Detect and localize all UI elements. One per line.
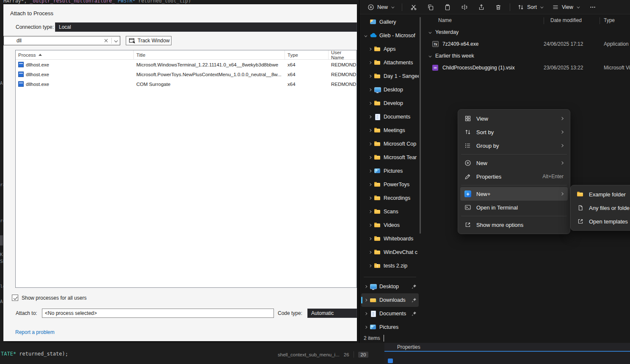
chevron-right-icon[interactable] [368,251,371,254]
process-filter-input[interactable] [4,36,104,45]
sidebar-item[interactable]: PowerToys [361,178,419,191]
chevron-right-icon[interactable] [364,312,367,315]
sort-button[interactable]: Sort [514,2,547,13]
chevron-right-icon[interactable] [368,169,371,172]
sidebar-item[interactable]: Attachments [361,56,419,69]
chevron-right-icon[interactable] [368,264,371,267]
attach-to-input[interactable] [42,309,274,318]
chevron-right-icon[interactable] [368,223,371,226]
pane-divider[interactable] [384,335,384,342]
context-menu-item-view[interactable]: View [460,112,568,125]
sidebar-item-pictures-pinned[interactable]: Pictures [361,320,419,334]
context-menu-item-new-plus[interactable]: New+ [460,187,568,201]
group-header-earlier-this-week[interactable]: Earlier this week [424,50,630,62]
sidebar-item[interactable]: Day 1 - Sangee [361,69,419,83]
report-a-problem-link[interactable]: Report a problem [15,329,55,335]
paste-button[interactable] [439,2,456,13]
column-header-title[interactable]: Title [134,50,285,59]
chevron-right-icon[interactable] [368,156,371,159]
column-header-process[interactable]: Process [16,50,134,59]
sidebar-item[interactable]: Videos [361,218,419,232]
chevron-down-icon[interactable] [364,34,367,37]
track-window-button[interactable]: Track Window [126,36,171,45]
sidebar-item[interactable]: Develop [361,97,419,110]
chevron-right-icon[interactable] [368,142,371,145]
chevron-right-icon[interactable] [368,74,371,77]
context-menu-item-new[interactable]: New [460,156,568,170]
column-header-type[interactable]: Type [604,17,615,23]
more-options-button[interactable] [585,2,601,13]
chevron-right-icon[interactable] [368,237,371,240]
context-menu-item-show-more-options[interactable]: Show more options [460,218,568,232]
chevron-down-icon[interactable] [428,54,431,57]
chevron-right-icon[interactable] [368,102,371,105]
sidebar-item[interactable]: Pictures [361,164,419,178]
file-row-7z[interactable]: 7z2409-x64.exe 24/06/2025 17:12 Applicat… [424,38,630,50]
code-type-combobox[interactable]: Automatic [307,309,357,318]
sidebar-item[interactable]: Recordings [361,191,419,205]
sidebar-item[interactable]: Meetings [361,124,419,137]
show-all-users-checkbox[interactable] [12,295,18,301]
sidebar-item[interactable]: Desktop [361,83,419,97]
sidebar-item-onedrive[interactable]: Gleb - Microsof [361,29,419,42]
column-header-name[interactable]: Name [438,17,452,23]
sidebar-item[interactable]: Microsoft Cop [361,137,419,151]
submenu-item-open-templates[interactable]: Open templates [573,215,630,228]
chevron-right-icon[interactable] [368,115,371,118]
sidebar-scrollbar[interactable] [420,17,421,234]
sidebar-item-documents-pinned[interactable]: Documents [361,307,419,320]
copy-button[interactable] [423,2,439,13]
cut-button[interactable] [406,2,422,13]
process-row[interactable]: dllhost.exe Microsoft.PowerToys.NewPlusC… [16,69,356,79]
sidebar-item[interactable]: Documents [361,110,419,124]
context-menu-item-sort-by[interactable]: Sort by [460,125,568,139]
column-header-date-modified[interactable]: Date modified [550,17,582,23]
submenu-item-example-folder[interactable]: Example folder [573,188,630,201]
file-row-vsix[interactable]: ChildProcessDebugging (1).vsix 23/06/202… [424,62,630,74]
pin-icon [411,284,417,290]
sidebar-item-downloads-pinned[interactable]: Downloads [361,293,419,307]
chevron-right-icon[interactable] [368,88,371,91]
menu-item-label: Properties [476,174,537,180]
connection-type-combobox[interactable]: Local [55,22,357,32]
chevron-right-icon[interactable] [364,285,367,288]
share-button[interactable] [473,2,489,13]
column-header-user[interactable]: User Name [329,50,356,59]
file-date-modified: 23/06/2025 13:22 [544,65,583,71]
submenu-item-any-files[interactable]: Any files or folde [573,201,630,215]
sidebar-item[interactable]: tests 2.zip [361,259,419,273]
column-header-type[interactable]: Type [285,50,329,59]
delete-button[interactable] [490,2,506,13]
process-row[interactable]: dllhost.exe COM Surrogate x64 REDMOND [16,79,356,89]
chevron-right-icon[interactable] [368,129,371,132]
application-window-icon [18,81,24,87]
chevron-right-icon[interactable] [364,325,367,328]
chevron-right-icon[interactable] [364,298,367,301]
sidebar-item-gallery[interactable]: Gallery [361,15,419,29]
group-header-yesterday[interactable]: Yesterday [424,26,630,38]
context-menu-item-properties[interactable]: Properties Alt+Enter [460,170,568,183]
rename-button[interactable] [456,2,472,13]
view-button[interactable]: View [548,2,584,13]
process-row[interactable]: dllhost.exe Microsoft.WindowsTerminal_1.… [16,60,356,69]
chevron-right-icon[interactable] [368,210,371,213]
sidebar-item[interactable]: Scans [361,205,419,218]
context-menu-item-open-in-terminal[interactable]: Open in Terminal [460,201,568,214]
sidebar-item-desktop-pinned[interactable]: Desktop [361,280,419,293]
chevron-down-icon[interactable] [428,30,431,33]
chevron-right-icon[interactable] [368,183,371,186]
chevron-right-icon[interactable] [368,196,371,199]
sidebar-item[interactable]: Whiteboards [361,232,419,245]
chevron-right-icon[interactable] [368,47,371,50]
chevron-right-icon[interactable] [368,61,371,64]
new-button[interactable]: New [364,2,398,13]
context-menu-item-group-by[interactable]: Group by [460,139,568,152]
sidebar-item[interactable]: Apps [361,42,419,56]
delete-icon [495,4,502,11]
column-divider[interactable] [600,17,600,24]
sidebar-item[interactable]: WinDevChat c [361,245,419,259]
clear-filter-icon[interactable] [104,39,108,43]
filter-dropdown-chevron-icon[interactable] [114,39,118,43]
sidebar-item[interactable]: Microsoft Tear [361,151,419,164]
column-divider[interactable] [544,17,544,24]
